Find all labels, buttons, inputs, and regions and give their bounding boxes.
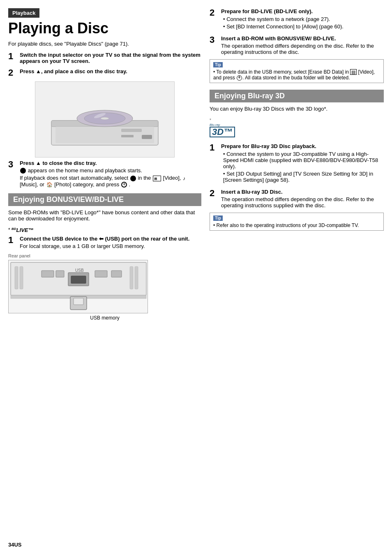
disc-illustration [39,83,171,155]
bluray3d-step-2: 2 Insert a Blu-ray 3D Disc. The operatio… [210,189,384,208]
svg-rect-12 [20,266,23,289]
bluray3d-intro: You can enjoy Blu-ray 3D Discs with the … [210,106,384,112]
step-1-content: Switch the input selector on your TV so … [20,52,201,64]
bullet-item: Set [BD Internet Connection] to [Allow] … [223,23,384,30]
right-step-3-content: Insert a BD-ROM with BONUSVIEW/ BD-LIVE.… [221,35,384,55]
right-bonusview-step-2: 2 Prepare for BD-LIVE (BD-LIVE only). Co… [210,8,384,31]
right-step-3-num: 3 [210,35,218,44]
svg-rect-18 [42,271,54,277]
bonusview-tip-text: • To delete data in the USB memory, sele… [213,69,380,81]
right-step-2-num: 2 [210,8,218,17]
right-step-2-title: Prepare for BD-LIVE (BD-LIVE only). [221,8,384,14]
step-2-content: Press ▲, and place a disc on the disc tr… [20,68,201,74]
svg-rect-14 [135,266,138,289]
page-number: 34US [8,542,22,548]
bonusview-step-1-content: Connect the USB device to the ⬅ (USB) po… [20,236,201,249]
step-2: 2 Press ▲, and place a disc on the disc … [8,68,201,77]
bonusview-step-1-num: 1 [8,236,16,245]
bluray3d-step-1-title: Prepare for Blu-ray 3D Disc playback. [221,143,384,149]
bd-live-logo: BDLIVE™ [12,227,33,233]
usb-memory-label: USB memory [8,315,201,321]
left-column: Playback Playing a Disc For playable dis… [8,8,201,548]
right-step-3-title: Insert a BD-ROM with BONUSVIEW/ BD-LIVE. [221,35,384,42]
page-title: Playing a Disc [8,20,201,37]
bluray3d-step-1-content: Prepare for Blu-ray 3D Disc playback. Co… [221,143,384,185]
right-step-2-bullets: Connect the system to a network (page 27… [221,16,384,30]
step-1: 1 Switch the input selector on your TV s… [8,52,201,64]
right-column: 2 Prepare for BD-LIVE (BD-LIVE only). Co… [205,8,384,548]
bullet-item: Connect the system to your 3D-compatible… [223,151,384,169]
bonusview-section-header: Enjoying BONUSVIEW/BD-LIVE [8,193,201,206]
step-1-num: 1 [8,52,16,61]
step-2-num: 2 [8,68,16,77]
bonusview-step-1-title: Connect the USB device to the ⬅ (USB) po… [20,236,201,242]
svg-rect-19 [56,271,64,277]
bluray3d-step-2-title: Insert a Blu-ray 3D Disc. [221,189,384,195]
right-step-3-body: The operation method differs depending o… [221,43,384,55]
svg-rect-21 [111,271,122,277]
step-3-body2: If playback does not start automatically… [20,175,201,188]
rear-panel-illustration: USB [9,260,148,313]
intro-text: For playable discs, see "Playable Discs"… [8,41,201,47]
step-2-title: Press ▲, and place a disc on the disc tr… [20,68,201,74]
bluray3d-step-2-num: 2 [210,189,218,198]
select-circle-icon [130,176,136,181]
bonusview-step-1-body: For local storage, use a 1 GB or larger … [20,243,201,249]
svg-text:USB: USB [75,268,84,273]
svg-rect-20 [95,271,107,277]
step-3-title: Press ▲ to close the disc tray. [20,160,201,166]
svg-rect-13 [130,266,133,289]
bluray3d-tip-text: • Refer also to the operating instructio… [213,222,380,228]
bullet-item: Set [3D Output Setting] and [TV Screen S… [223,171,384,183]
home-circle-icon [20,168,26,174]
svg-rect-11 [15,266,18,289]
bullet-item: Connect the system to a network (page 27… [223,16,384,22]
bluray3d-tip-box: Tip • Refer also to the operating instru… [210,213,384,231]
video-icon-inline: ▤ [350,69,357,75]
tip-label: Tip [213,62,223,67]
bonusview-intro: Some BD-ROMs with "BD-LIVE Logo*" have b… [8,209,201,222]
bd-live-logo-line: * BDLIVE™ [8,227,201,233]
bluray3d-step-1: 1 Prepare for Blu-ray 3D Disc playback. … [210,143,384,185]
video-icon: ▤ [153,176,161,181]
bluray3d-step-2-content: Insert a Blu-ray 3D Disc. The operation … [221,189,384,208]
bluray-text: Blu-ray [210,123,235,127]
photo-icon: 🏠 [46,182,53,188]
bluray3d-section-header: Enjoying Blu-ray 3D [210,90,384,102]
svg-point-5 [101,117,109,120]
step-1-title: Switch the input selector on your TV so … [20,52,201,64]
rear-panel-label: Rear panel [8,253,201,258]
enter-circle-icon [121,182,127,188]
right-step-2-content: Prepare for BD-LIVE (BD-LIVE only). Conn… [221,8,384,31]
step-3-content: Press ▲ to close the disc tray. appears … [20,160,201,188]
3d-logo-text: 3D™ [210,127,235,137]
step-3-num: 3 [8,160,16,169]
music-icon: ♪ [183,176,185,181]
rear-panel-image: USB [8,260,148,313]
playback-label: Playback [8,8,39,18]
svg-rect-9 [142,135,152,139]
bonusview-step-1: 1 Connect the USB device to the ⬅ (USB) … [8,236,201,249]
svg-rect-7 [121,129,142,132]
bonusview-tip-box: Tip • To delete data in the USB memory, … [210,59,384,83]
bluray3d-step-1-bullets: Connect the system to your 3D-compatible… [221,151,384,183]
right-bonusview-step-3: 3 Insert a BD-ROM with BONUSVIEW/ BD-LIV… [210,35,384,55]
disc-image [35,81,175,158]
plus-icon: + [237,75,242,81]
bluray3d-step-2-body: The operation method differs depending o… [221,196,384,208]
bluray3d-step-1-num: 1 [210,143,218,152]
svg-rect-16 [71,276,86,283]
step-3: 3 Press ▲ to close the disc tray. appear… [8,160,201,188]
svg-rect-24 [74,298,83,305]
bluray-3d-logo-block: * Blu-ray 3D™ [210,117,235,137]
step-3-body1: appears on the home menu and playback st… [20,167,201,174]
svg-rect-8 [121,135,134,137]
tip-label-2: Tip [213,215,223,221]
